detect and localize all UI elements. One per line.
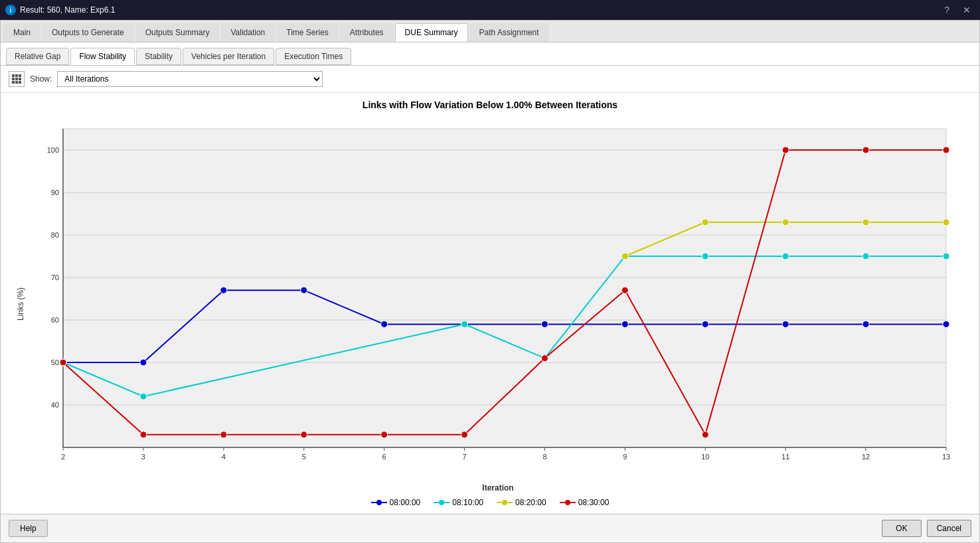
title-bar: i Result: 560, Name: Exp6.1 ? ✕	[0, 0, 980, 20]
y-axis-label: Links (%)	[14, 116, 27, 493]
svg-point-61	[943, 253, 949, 260]
svg-point-68	[140, 431, 147, 438]
svg-text:12: 12	[862, 453, 870, 461]
sub-tab-vehicles-per-iteration[interactable]: Vehicles per Iteration	[183, 48, 274, 65]
svg-point-49	[702, 321, 708, 327]
svg-point-76	[782, 147, 789, 153]
legend-item: 08:30:00	[560, 498, 610, 507]
svg-text:4: 4	[222, 453, 226, 461]
app-icon: i	[5, 5, 16, 15]
svg-text:5: 5	[302, 453, 306, 461]
svg-point-75	[702, 431, 708, 438]
top-tab-time-series[interactable]: Time Series	[276, 23, 339, 42]
svg-text:90: 90	[51, 189, 59, 196]
svg-text:50: 50	[51, 358, 59, 366]
sub-tab-execution-times[interactable]: Execution Times	[276, 48, 351, 65]
svg-text:11: 11	[781, 453, 789, 461]
svg-point-63	[702, 219, 708, 226]
top-tab-path-assignment[interactable]: Path Assignment	[469, 23, 549, 42]
cancel-button[interactable]: Cancel	[927, 520, 971, 537]
svg-point-54	[140, 393, 147, 400]
legend-label: 08:30:00	[578, 498, 610, 507]
help-title-button[interactable]: ?	[940, 3, 953, 17]
legend: 08:00:00 08:10:00 08:20:00 08:30:00	[371, 498, 610, 507]
top-tab-attributes[interactable]: Attributes	[340, 23, 394, 42]
svg-point-58	[702, 253, 708, 260]
chart-inner: 4050607080901002345678910111213 Iteratio…	[30, 116, 966, 493]
svg-text:100: 100	[47, 146, 59, 154]
ok-button[interactable]: OK	[882, 520, 921, 537]
show-label: Show:	[30, 74, 52, 84]
chart-area: Links with Flow Variation Below 1.00% Be…	[1, 93, 979, 514]
svg-text:7: 7	[462, 453, 466, 461]
legend-line-icon	[371, 499, 387, 506]
svg-rect-0	[63, 129, 946, 447]
svg-point-70	[301, 431, 307, 438]
legend-label: 08:00:00	[390, 498, 421, 507]
legend-label: 08:20:00	[515, 498, 546, 507]
svg-text:9: 9	[623, 453, 627, 461]
grid-icon[interactable]	[9, 71, 25, 87]
legend-label: 08:10:00	[452, 498, 483, 507]
help-button[interactable]: Help	[9, 520, 48, 537]
svg-text:80: 80	[51, 231, 59, 239]
legend-item: 08:20:00	[497, 498, 546, 507]
svg-point-52	[943, 321, 949, 327]
svg-point-59	[782, 253, 789, 260]
chart-container: Links (%) 405060708090100234567891011121…	[14, 116, 966, 493]
svg-point-51	[862, 321, 869, 327]
svg-point-50	[782, 321, 789, 327]
svg-point-65	[862, 219, 869, 226]
title-bar-left: i Result: 560, Name: Exp6.1	[5, 5, 115, 15]
sub-tab-flow-stability[interactable]: Flow Stability	[70, 48, 135, 65]
svg-text:70: 70	[51, 273, 59, 281]
top-tab-outputs-to-generate[interactable]: Outputs to Generate	[42, 23, 134, 42]
window-title: Result: 560, Name: Exp6.1	[20, 5, 115, 15]
iterations-select[interactable]: All Iterations	[57, 71, 323, 87]
legend-item: 08:00:00	[371, 498, 421, 507]
svg-text:10: 10	[701, 453, 709, 461]
top-tab-main[interactable]: Main	[3, 23, 41, 42]
svg-point-55	[461, 321, 468, 327]
top-tab-outputs-summary[interactable]: Outputs Summary	[135, 23, 220, 42]
legend-line-icon	[434, 499, 449, 506]
x-axis-label: Iteration	[30, 483, 966, 493]
sub-tab-relative-gap[interactable]: Relative Gap	[6, 48, 69, 65]
svg-point-80	[376, 500, 382, 505]
chart-svg: 4050607080901002345678910111213	[30, 116, 966, 481]
svg-point-45	[381, 321, 388, 327]
legend-line-icon	[497, 499, 513, 506]
svg-point-86	[565, 500, 570, 505]
close-title-button[interactable]: ✕	[959, 3, 975, 17]
svg-point-64	[782, 219, 789, 226]
svg-text:13: 13	[942, 453, 950, 461]
sub-tabs: Relative GapFlow StabilityStabilityVehic…	[1, 42, 979, 66]
top-tabs: MainOutputs to GenerateOutputs SummaryVa…	[1, 21, 979, 42]
svg-point-78	[943, 147, 949, 153]
svg-point-47	[541, 321, 548, 327]
svg-point-44	[301, 287, 307, 293]
top-tab-validation[interactable]: Validation	[220, 23, 275, 42]
svg-text:40: 40	[51, 401, 59, 409]
svg-point-69	[220, 431, 227, 438]
svg-text:2: 2	[61, 453, 65, 461]
svg-point-74	[621, 287, 628, 293]
svg-point-67	[60, 359, 66, 366]
svg-point-77	[862, 147, 869, 153]
svg-text:6: 6	[382, 453, 386, 461]
svg-point-73	[541, 355, 548, 362]
top-tab-due-summary[interactable]: DUE Summary	[395, 23, 468, 42]
action-buttons: OK Cancel	[882, 520, 971, 537]
svg-point-82	[439, 500, 444, 505]
sub-tab-stability[interactable]: Stability	[136, 48, 181, 65]
svg-point-72	[461, 431, 468, 438]
svg-point-66	[943, 219, 949, 226]
svg-point-42	[140, 359, 147, 366]
main-content: MainOutputs to GenerateOutputs SummaryVa…	[0, 20, 980, 543]
toolbar: Show: All Iterations	[1, 66, 979, 93]
svg-point-60	[862, 253, 869, 260]
bottom-bar: Help OK Cancel	[1, 514, 979, 542]
svg-text:8: 8	[542, 453, 546, 461]
legend-line-icon	[560, 499, 576, 506]
chart-svg-container: 4050607080901002345678910111213	[30, 116, 966, 481]
